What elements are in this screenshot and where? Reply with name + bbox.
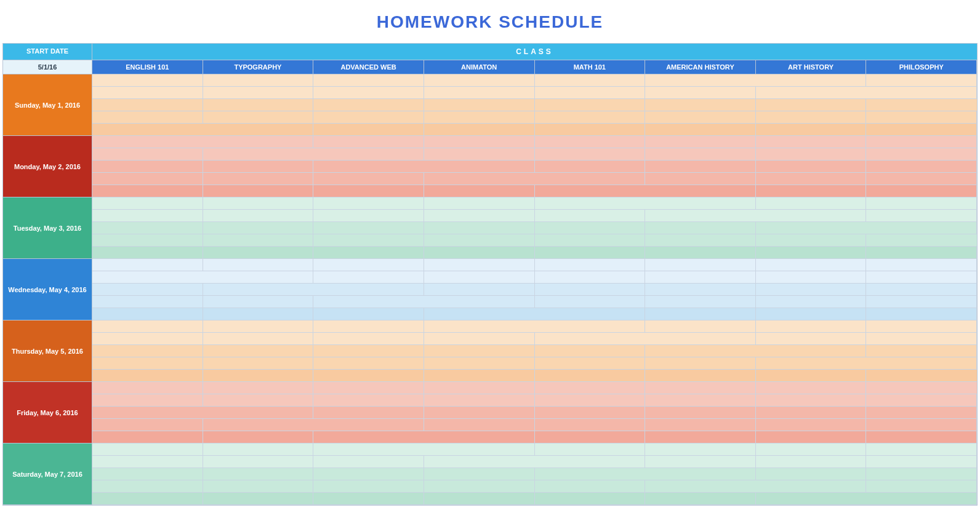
schedule-cell[interactable] [645, 394, 756, 407]
schedule-cell[interactable] [756, 468, 867, 480]
schedule-cell[interactable] [756, 234, 867, 247]
schedule-cell[interactable] [203, 124, 314, 136]
schedule-cell[interactable] [535, 210, 646, 222]
schedule-cell[interactable] [92, 173, 203, 185]
schedule-cell[interactable] [866, 370, 977, 382]
schedule-cell[interactable] [92, 443, 203, 456]
schedule-cell[interactable] [535, 308, 646, 320]
schedule-cell[interactable] [645, 148, 756, 161]
schedule-cell[interactable] [92, 296, 203, 308]
schedule-cell[interactable] [645, 320, 756, 333]
schedule-cell[interactable] [313, 124, 424, 136]
schedule-cell[interactable] [203, 259, 314, 271]
schedule-cell[interactable] [203, 234, 314, 247]
schedule-cell[interactable] [645, 111, 756, 124]
schedule-cell[interactable] [756, 259, 867, 271]
schedule-cell[interactable] [92, 197, 203, 210]
schedule-cell[interactable] [313, 419, 424, 431]
schedule-cell[interactable] [424, 222, 535, 234]
schedule-cell[interactable] [645, 197, 756, 210]
schedule-cell[interactable] [203, 185, 314, 197]
schedule-cell[interactable] [313, 320, 424, 333]
schedule-cell[interactable] [203, 148, 314, 161]
schedule-cell[interactable] [645, 284, 756, 296]
schedule-cell[interactable] [756, 161, 867, 173]
schedule-cell[interactable] [756, 148, 867, 161]
schedule-cell[interactable] [92, 99, 203, 111]
schedule-cell[interactable] [203, 382, 314, 394]
schedule-cell[interactable] [92, 419, 203, 431]
schedule-cell[interactable] [866, 431, 977, 443]
schedule-cell[interactable] [645, 161, 756, 173]
schedule-cell[interactable] [313, 148, 424, 161]
schedule-cell[interactable] [203, 247, 314, 259]
schedule-cell[interactable] [424, 210, 535, 222]
schedule-cell[interactable] [645, 456, 756, 468]
schedule-cell[interactable] [645, 357, 756, 370]
schedule-cell[interactable] [203, 394, 314, 407]
schedule-cell[interactable] [424, 456, 535, 468]
schedule-cell[interactable] [313, 443, 424, 456]
schedule-cell[interactable] [866, 259, 977, 271]
schedule-cell[interactable] [866, 111, 977, 124]
schedule-cell[interactable] [756, 431, 867, 443]
schedule-cell[interactable] [535, 284, 646, 296]
schedule-cell[interactable] [535, 370, 646, 382]
schedule-cell[interactable] [756, 185, 867, 197]
schedule-cell[interactable] [92, 210, 203, 222]
schedule-cell[interactable] [92, 333, 203, 345]
schedule-cell[interactable] [535, 99, 646, 111]
schedule-cell[interactable] [203, 419, 314, 431]
schedule-cell[interactable] [313, 480, 424, 493]
schedule-cell[interactable] [424, 370, 535, 382]
schedule-cell[interactable] [756, 284, 867, 296]
schedule-cell[interactable] [92, 161, 203, 173]
schedule-cell[interactable] [645, 333, 756, 345]
schedule-cell[interactable] [756, 99, 867, 111]
schedule-cell[interactable] [645, 431, 756, 443]
schedule-cell[interactable] [535, 419, 646, 431]
schedule-cell[interactable] [92, 136, 203, 148]
schedule-cell[interactable] [535, 271, 646, 284]
schedule-cell[interactable] [203, 333, 314, 345]
schedule-cell[interactable] [866, 345, 977, 357]
schedule-cell[interactable] [203, 468, 314, 480]
schedule-cell[interactable] [92, 357, 203, 370]
schedule-cell[interactable] [645, 234, 756, 247]
schedule-cell[interactable] [92, 407, 203, 419]
schedule-cell[interactable] [866, 210, 977, 222]
schedule-cell[interactable] [645, 468, 756, 480]
schedule-cell[interactable] [424, 197, 535, 210]
schedule-cell[interactable] [424, 407, 535, 419]
schedule-cell[interactable] [645, 87, 756, 99]
schedule-cell[interactable] [645, 210, 756, 222]
schedule-cell[interactable] [313, 210, 424, 222]
schedule-cell[interactable] [756, 296, 867, 308]
schedule-cell[interactable] [203, 74, 314, 87]
schedule-cell[interactable] [535, 161, 646, 173]
schedule-cell[interactable] [866, 234, 977, 247]
schedule-cell[interactable] [203, 284, 314, 296]
schedule-cell[interactable] [92, 345, 203, 357]
schedule-cell[interactable] [313, 87, 424, 99]
schedule-cell[interactable] [203, 308, 314, 320]
schedule-cell[interactable] [645, 370, 756, 382]
schedule-cell[interactable] [92, 431, 203, 443]
schedule-cell[interactable] [866, 247, 977, 259]
schedule-cell[interactable] [203, 493, 314, 505]
schedule-cell[interactable] [424, 247, 535, 259]
schedule-cell[interactable] [92, 111, 203, 124]
schedule-cell[interactable] [866, 74, 977, 87]
schedule-cell[interactable] [424, 136, 535, 148]
schedule-cell[interactable] [424, 357, 535, 370]
schedule-cell[interactable] [866, 271, 977, 284]
schedule-cell[interactable] [535, 222, 646, 234]
schedule-cell[interactable] [92, 370, 203, 382]
schedule-cell[interactable] [756, 443, 867, 456]
schedule-cell[interactable] [535, 480, 646, 493]
schedule-cell[interactable] [424, 87, 535, 99]
schedule-cell[interactable] [866, 284, 977, 296]
schedule-cell[interactable] [645, 185, 756, 197]
schedule-cell[interactable] [535, 197, 646, 210]
schedule-cell[interactable] [535, 443, 646, 456]
